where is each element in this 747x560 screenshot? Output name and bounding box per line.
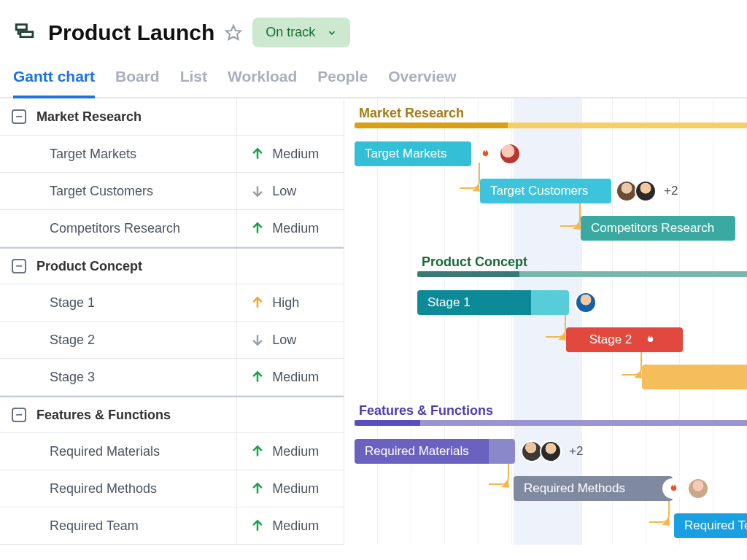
fire-icon bbox=[474, 144, 495, 164]
task-row[interactable]: Competitors Research Medium bbox=[0, 210, 344, 247]
section-name: Market Research bbox=[36, 109, 142, 125]
timeline-lane: Competitors Research bbox=[344, 210, 747, 247]
task-bar-required-materials[interactable]: Required Materials bbox=[355, 439, 489, 464]
arrow-up-icon bbox=[250, 370, 265, 384]
tab-board[interactable]: Board bbox=[115, 68, 160, 97]
avatar[interactable] bbox=[687, 478, 709, 499]
tab-list[interactable]: List bbox=[180, 68, 207, 97]
task-row[interactable]: Target Customers Low bbox=[0, 173, 344, 210]
priority-cell[interactable]: Medium bbox=[237, 508, 344, 544]
task-name: Target Markets bbox=[50, 147, 136, 162]
header: Product Launch On track bbox=[0, 0, 747, 47]
section-header-bar: Market Research bbox=[355, 98, 747, 136]
section-row-product-concept[interactable]: − Product Concept bbox=[0, 247, 344, 284]
priority-cell[interactable]: Medium bbox=[237, 359, 344, 395]
section-header-bar: Features & Functions bbox=[355, 396, 747, 433]
priority-cell[interactable]: Medium bbox=[237, 136, 344, 172]
task-row[interactable]: Required Team Medium bbox=[0, 508, 344, 545]
task-row[interactable]: Required Methods Medium bbox=[0, 470, 344, 508]
priority-cell[interactable]: Low bbox=[237, 173, 344, 209]
timeline[interactable]: Market Research Target Markets Target Cu… bbox=[344, 98, 747, 545]
priority-cell[interactable]: Medium bbox=[237, 433, 344, 470]
star-icon[interactable] bbox=[225, 24, 242, 42]
task-row[interactable]: Stage 2 Low bbox=[0, 322, 344, 359]
fire-icon bbox=[639, 330, 659, 350]
arrow-up-icon bbox=[250, 481, 265, 496]
section-row-features-functions[interactable]: − Features & Functions bbox=[0, 396, 344, 433]
task-bar-stage2[interactable]: Stage 2 bbox=[566, 327, 683, 352]
priority-cell[interactable]: High bbox=[237, 284, 344, 321]
tab-gantt-chart[interactable]: Gantt chart bbox=[13, 68, 95, 98]
priority-label: Medium bbox=[272, 147, 319, 162]
priority-cell[interactable]: Medium bbox=[237, 210, 344, 246]
chevron-down-icon bbox=[327, 28, 337, 38]
avatar[interactable] bbox=[575, 292, 597, 314]
section-name: Product Concept bbox=[36, 259, 142, 274]
project-title: Product Launch bbox=[48, 20, 214, 45]
svg-rect-1 bbox=[20, 31, 33, 36]
task-row[interactable]: Stage 3 Medium bbox=[0, 359, 344, 396]
status-dropdown[interactable]: On track bbox=[252, 18, 350, 47]
task-bar-stage1[interactable]: Stage 1 bbox=[417, 290, 531, 315]
task-name: Target Customers bbox=[50, 184, 153, 199]
task-row[interactable]: Stage 1 High bbox=[0, 284, 344, 322]
collapse-toggle[interactable]: − bbox=[12, 408, 26, 422]
priority-label: Medium bbox=[272, 444, 319, 459]
task-bar-label: Stage 2 bbox=[589, 332, 632, 347]
task-bar-stage3[interactable] bbox=[642, 365, 747, 389]
section-title: Product Concept bbox=[417, 254, 747, 270]
fire-icon bbox=[662, 478, 683, 499]
section-title: Market Research bbox=[355, 106, 747, 121]
priority-label: Medium bbox=[272, 481, 319, 497]
arrow-down-icon bbox=[250, 184, 265, 198]
task-name: Competitors Research bbox=[50, 221, 180, 236]
timeline-lane: Stage 2 bbox=[344, 322, 747, 359]
tabs: Gantt chart Board List Workload People O… bbox=[0, 47, 747, 98]
task-bar-label: Required Methods bbox=[524, 481, 625, 496]
arrow-up-icon bbox=[250, 444, 265, 459]
avatar-overflow[interactable]: +2 bbox=[569, 444, 583, 459]
task-row[interactable]: Target Markets Medium bbox=[0, 136, 344, 173]
priority-cell[interactable]: Low bbox=[237, 322, 344, 358]
avatar-overflow[interactable]: +2 bbox=[664, 184, 678, 198]
section-header-bar: Product Concept bbox=[417, 247, 747, 284]
priority-label: Medium bbox=[272, 221, 319, 236]
timeline-lane: Stage 1 bbox=[344, 284, 747, 322]
task-bar-required-team[interactable]: Required Team bbox=[674, 513, 747, 538]
gantt-grid: − Market Research Target Markets Medium … bbox=[0, 98, 747, 545]
section-name: Features & Functions bbox=[36, 408, 171, 423]
timeline-lane: Required Methods bbox=[344, 470, 747, 508]
avatar[interactable] bbox=[540, 440, 562, 462]
timeline-lane: Target Markets bbox=[344, 136, 747, 173]
task-row[interactable]: Required Materials Medium bbox=[0, 433, 344, 470]
task-name: Required Materials bbox=[50, 444, 160, 459]
task-bar-required-materials-progress[interactable] bbox=[489, 439, 515, 464]
arrow-up-icon bbox=[250, 147, 265, 161]
task-list: − Market Research Target Markets Medium … bbox=[0, 98, 344, 545]
priority-label: Medium bbox=[272, 518, 319, 534]
arrow-down-icon bbox=[250, 332, 265, 347]
task-bar-target-customers[interactable]: Target Customers bbox=[480, 179, 611, 203]
task-bar-competitors-research[interactable]: Competitors Research bbox=[581, 216, 735, 241]
collapse-toggle[interactable]: − bbox=[12, 109, 26, 124]
task-name: Stage 1 bbox=[50, 295, 95, 311]
collapse-toggle[interactable]: − bbox=[12, 259, 26, 273]
task-bar-stage1-progress[interactable] bbox=[531, 290, 569, 315]
arrow-up-icon bbox=[250, 295, 265, 310]
arrow-up-icon bbox=[250, 518, 265, 533]
tab-workload[interactable]: Workload bbox=[228, 68, 297, 97]
avatar[interactable] bbox=[499, 143, 521, 165]
task-name: Required Methods bbox=[50, 481, 157, 497]
priority-label: High bbox=[272, 295, 299, 311]
section-row-market-research[interactable]: − Market Research bbox=[0, 98, 344, 136]
task-bar-target-markets[interactable]: Target Markets bbox=[355, 141, 471, 166]
task-bar-required-methods[interactable]: Required Methods bbox=[514, 476, 673, 501]
avatar[interactable] bbox=[635, 180, 657, 202]
project-icon bbox=[13, 20, 38, 45]
tab-overview[interactable]: Overview bbox=[388, 68, 456, 97]
tab-people[interactable]: People bbox=[317, 68, 368, 97]
task-name: Required Team bbox=[50, 518, 139, 534]
timeline-lane bbox=[344, 359, 747, 396]
arrow-up-icon bbox=[250, 221, 265, 236]
priority-cell[interactable]: Medium bbox=[237, 470, 344, 507]
